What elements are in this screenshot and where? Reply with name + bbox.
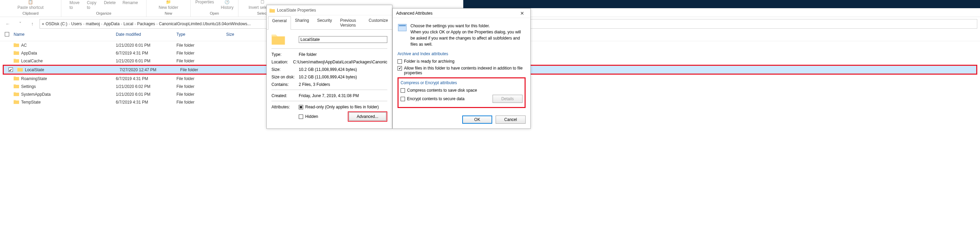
folder-icon [14, 42, 21, 48]
allow-index-label: Allow files in this folder to have conte… [404, 66, 526, 75]
breadcrumb-item[interactable]: mattwoj [86, 21, 100, 26]
details-button[interactable]: Details [493, 95, 523, 103]
cancel-button[interactable]: Cancel [496, 116, 526, 124]
nav-dropdown-button[interactable]: ˅ [15, 19, 25, 28]
file-type: File folder [177, 84, 226, 89]
background-dark-panel [463, 0, 980, 8]
encrypt-label: Encrypt contents to secure data [407, 96, 465, 101]
dialog-title: Advanced Attributes [396, 11, 433, 16]
encrypt-checkbox[interactable] [401, 97, 405, 101]
label-location: Location: [272, 60, 293, 64]
delete-button[interactable]: Delete [103, 0, 117, 5]
tab-customize[interactable]: Customize [364, 16, 392, 29]
column-type[interactable]: Type [177, 32, 226, 38]
file-date: 6/7/2019 4:31 PM [116, 100, 177, 105]
move-to-button[interactable]: Move to [68, 0, 81, 10]
folder-icon [18, 67, 25, 73]
file-type: File folder [177, 100, 226, 105]
value-size: 10.2 GB (11,008,999,424 bytes) [299, 67, 387, 72]
compress-checkbox[interactable] [401, 88, 405, 93]
label-size-on-disk: Size on disk: [272, 75, 299, 80]
tab-previous-versions[interactable]: Previous Versions [336, 16, 364, 29]
file-type: File folder [177, 76, 226, 81]
value-location: C:\Users\mattwoj\AppData\Local\Packages\… [293, 60, 387, 64]
group-compress-encrypt: Compress or Encrypt attributes [401, 80, 523, 85]
readonly-label: Read-only (Only applies to files in fold… [305, 105, 379, 110]
file-date: 1/21/2020 6:01 PM [116, 43, 177, 48]
compress-label: Compress contents to save disk space [407, 88, 477, 93]
label-type: Type: [272, 52, 299, 57]
dialog-title-bar[interactable]: LocalState Properties [267, 5, 392, 15]
ok-button[interactable]: OK [462, 116, 492, 124]
file-type: File folder [177, 92, 226, 97]
file-type: File folder [177, 43, 226, 48]
advanced-button[interactable]: Advanced... [349, 113, 386, 121]
ribbon-group-select: Select [257, 10, 268, 17]
breadcrumb-item[interactable]: OSDisk (C:) [46, 21, 67, 26]
ribbon-group-new: New [164, 10, 172, 17]
nav-up-button[interactable]: ↑ [27, 19, 37, 28]
readonly-checkbox[interactable] [299, 105, 303, 110]
tab-sharing[interactable]: Sharing [291, 16, 313, 29]
select-all-checkbox[interactable] [5, 32, 9, 37]
ribbon-group-clipboard: Clipboard [22, 10, 38, 17]
label-contains: Contains: [272, 82, 299, 87]
folder-icon [14, 83, 21, 89]
value-created: Friday, June 7, 2019, 4:31:08 PM [299, 93, 387, 98]
row-checkbox[interactable]: ✔ [8, 67, 13, 72]
breadcrumb-item[interactable]: Packages [137, 21, 155, 26]
breadcrumb-item[interactable]: CanonicalGroupLimited.Ubuntu18.04onWindo… [159, 21, 251, 26]
properties-dialog: LocalState Properties General Sharing Se… [266, 5, 392, 129]
tabs-row: General Sharing Security Previous Versio… [267, 16, 392, 30]
rename-button[interactable]: Rename [121, 0, 139, 5]
file-type: File folder [177, 59, 226, 64]
nav-back-button[interactable]: ← [3, 19, 13, 28]
breadcrumb-item[interactable]: « [42, 21, 44, 26]
file-type: File folder [177, 51, 226, 56]
info-icon [398, 23, 407, 48]
column-modified[interactable]: Date modified [116, 32, 177, 38]
advanced-attributes-dialog: Advanced Attributes ✕ Choose the setting… [392, 8, 531, 129]
new-folder-icon: 📁 [166, 0, 171, 5]
paste-shortcut-button[interactable]: 📋 Paste shortcut [16, 0, 45, 10]
value-contains: 2 Files, 3 Folders [299, 82, 387, 87]
column-name[interactable]: Name [14, 32, 116, 38]
ribbon-group-open: Open [210, 10, 219, 17]
chevron-right-icon: › [83, 22, 84, 26]
file-name: Settings [21, 84, 116, 89]
archive-ready-checkbox[interactable] [398, 59, 402, 64]
tab-general[interactable]: General [268, 16, 291, 30]
folder-big-icon [272, 33, 299, 46]
dialog-title-bar[interactable]: Advanced Attributes ✕ [393, 8, 530, 18]
folder-icon [14, 50, 21, 56]
chevron-right-icon: › [69, 22, 70, 26]
copy-to-button[interactable]: Copy to [86, 0, 99, 10]
new-folder-button[interactable]: 📁 New folder [158, 0, 180, 10]
hidden-checkbox[interactable] [299, 115, 303, 119]
file-date: 6/7/2019 4:31 PM [116, 76, 177, 81]
allow-index-checkbox[interactable]: ✔ [398, 66, 402, 70]
tab-security[interactable]: Security [313, 16, 336, 29]
breadcrumb-item[interactable]: Users [71, 21, 82, 26]
column-size[interactable]: Size [226, 32, 247, 38]
breadcrumb-item[interactable]: AppData [103, 21, 119, 26]
close-button[interactable]: ✕ [516, 9, 528, 18]
properties-button[interactable]: Properties [194, 0, 215, 5]
history-button[interactable]: 🕑 History [220, 0, 235, 10]
invert-icon: ☐ [261, 0, 264, 5]
folder-icon [14, 91, 21, 97]
file-date: 6/7/2019 4:31 PM [116, 51, 177, 56]
svg-rect-1 [399, 25, 406, 26]
folder-icon [14, 99, 21, 105]
file-name: RoamingState [21, 76, 116, 81]
folder-name-input[interactable] [299, 36, 387, 43]
history-icon: 🕑 [224, 0, 229, 5]
chevron-right-icon: › [135, 22, 135, 26]
breadcrumb-item[interactable]: Local [123, 21, 133, 26]
file-type: File folder [180, 67, 230, 72]
archive-ready-label: Folder is ready for archiving [404, 59, 454, 64]
file-name: TempState [21, 100, 116, 105]
dialog-title: LocalState Properties [277, 8, 316, 13]
ribbon-group-organize: Organize [96, 10, 111, 17]
file-date: 7/27/2020 12:47 PM [119, 67, 180, 72]
